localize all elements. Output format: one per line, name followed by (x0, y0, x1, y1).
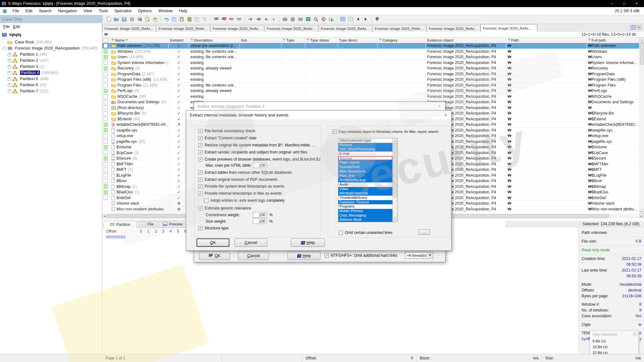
menu-file[interactable]: File (9, 8, 22, 14)
table-row[interactable]: ProgramData(2,467)✓existingForensic Imag… (102, 71, 639, 77)
ok-button[interactable]: OK (197, 238, 229, 247)
case-menu-edit[interactable]: Edit (13, 24, 20, 29)
row-checkbox[interactable] (104, 60, 108, 65)
table-row[interactable]: Users(14,868)✓existing, file contents un… (102, 54, 639, 60)
close-icon[interactable]: × (632, 332, 637, 336)
type-list-item-address-book[interactable]: Address Book (338, 218, 392, 222)
column-header-path[interactable]: Path (506, 37, 587, 43)
row-checkbox[interactable] (104, 111, 108, 116)
column-header-full-path[interactable]: Full path (587, 37, 639, 43)
menu-specialist[interactable]: Specialist (111, 8, 135, 14)
type-list-item-page-layout[interactable]: Page Layout (338, 160, 392, 165)
type-list-item-pictures[interactable]: Pictures (338, 143, 392, 147)
row-checkbox[interactable] (104, 117, 108, 121)
copy-metadata-checkbox[interactable]: ✓Copy metadata digest to Metadata column… (332, 129, 438, 134)
listbox-scrollbar[interactable]: ▲ ▼ (392, 138, 397, 222)
expand-icon[interactable]: + (8, 71, 11, 75)
row-checkbox[interactable] (104, 89, 108, 93)
type-list-item-windows-internals[interactable]: Windows Internals (338, 191, 392, 196)
type-list-item-audio[interactable]: Audio (338, 182, 392, 187)
row-checkbox[interactable] (104, 179, 108, 183)
row-checkbox[interactable] (104, 94, 108, 98)
row-checkbox[interactable] (104, 190, 108, 194)
undo-icon[interactable] (163, 16, 170, 23)
magnifier-icon[interactable] (312, 16, 319, 23)
import-icon[interactable] (152, 16, 159, 23)
close-icon[interactable]: × (443, 113, 448, 118)
clipboard-icon[interactable] (178, 16, 185, 23)
help-button[interactable]: ? Help (291, 238, 325, 247)
open-icon[interactable] (113, 16, 120, 23)
row-checkbox[interactable] (104, 72, 108, 76)
hex-replace-icon[interactable]: HEX (236, 16, 243, 23)
calculator-icon[interactable] (305, 16, 312, 23)
badge-icon[interactable] (373, 16, 381, 23)
option-checkbox-3[interactable]: ✓Extract sender, recipients and subject … (198, 150, 307, 154)
expand-icon[interactable]: + (8, 83, 11, 87)
cancel-button[interactable]: Cancel (235, 238, 267, 247)
find-in-files-icon[interactable] (220, 16, 227, 23)
print-icon[interactable] (128, 16, 135, 23)
copy-icon[interactable] (170, 16, 178, 23)
row-checkbox[interactable] (104, 128, 108, 132)
menu-window[interactable]: Window (155, 8, 176, 14)
column-header-type-status[interactable]: Type status (305, 37, 338, 43)
memory-icon[interactable] (297, 16, 304, 23)
type-list-item-internet[interactable]: Internet (338, 156, 392, 161)
column-header-ext-[interactable]: Ext. (240, 37, 281, 43)
binary-icon[interactable]: 101010 (201, 16, 208, 23)
goto-end-icon[interactable] (255, 16, 262, 23)
column-header-category[interactable]: Category (378, 37, 426, 43)
tree-node-forensic-image-2020-reacquisition[interactable]: -Forensic Image 2020_ReAcquisition(290,4… (3, 45, 98, 51)
option-checkbox-1[interactable]: ✓Extract "Content created" date (198, 136, 256, 140)
option-checkbox-9[interactable]: ✓Provide internal timestamps in files as… (198, 191, 282, 196)
option-checkbox-11[interactable]: ✓Estimate generic relevance (198, 206, 251, 210)
forward-icon[interactable] (270, 16, 277, 23)
table-row[interactable]: PerfLogs(0)✓existing, already viewedFore… (102, 88, 639, 94)
column-header-name[interactable]: Name▼ (110, 37, 169, 43)
type-list-item-e-mail[interactable]: E-mail (338, 152, 392, 156)
menu-options[interactable]: Options (135, 8, 155, 14)
data-interpreter-window[interactable]: Data Interpreter × 8 Bit (±):16 Bit (±):… (590, 330, 639, 357)
row-checkbox[interactable] (104, 100, 108, 104)
row-checkbox[interactable] (104, 139, 108, 144)
collapse-icon[interactable]: - (3, 47, 6, 50)
type-list-item-programs[interactable]: Programs (338, 204, 392, 209)
menu-view[interactable]: View (80, 8, 95, 14)
option-checkbox-0[interactable]: ✓File format consistency check (198, 129, 255, 133)
row-checkbox[interactable] (104, 66, 108, 70)
find-icon[interactable] (213, 16, 220, 23)
option-checkbox-6[interactable]: ✓Extract tables from various other SQLit… (198, 170, 292, 175)
row-checkbox[interactable] (104, 151, 108, 155)
tree-node-tqtqtq[interactable]: tqtqtq (2, 32, 21, 37)
type-list-item-spreadsheet[interactable]: Spreadsheet (338, 165, 392, 169)
type-list-item-database-finance[interactable]: Database, Finance (338, 200, 392, 205)
help-button[interactable]: ? Help (288, 252, 320, 260)
option-checkbox-14[interactable]: ✓Structure type (198, 226, 229, 230)
omit-lines-checkbox[interactable]: Omit certain unwanted lines (339, 230, 392, 235)
menu-search[interactable]: Search (36, 8, 55, 14)
notes-icon[interactable] (144, 16, 151, 23)
expand-icon[interactable]: + (8, 89, 11, 93)
option-input-13[interactable]: 100 (253, 218, 267, 224)
row-checkbox[interactable] (104, 55, 108, 59)
row-checkbox[interactable] (104, 78, 108, 82)
type-list-item-plain-text[interactable]: Plain Text (338, 174, 392, 178)
row-checkbox[interactable] (104, 162, 108, 166)
table-row[interactable]: System Volume Information(4)✓existingFor… (102, 60, 639, 66)
ok-button[interactable]: OK (199, 252, 230, 260)
goto-offset-icon[interactable] (247, 16, 254, 23)
column-header-type[interactable]: Type (281, 37, 305, 43)
document-tab-7[interactable]: Forensic Image 2020_ReAc... (427, 25, 480, 32)
row-checkbox[interactable] (104, 184, 108, 189)
document-tab-2[interactable]: Forensic Image 2020_ReAc... (156, 25, 210, 32)
save-icon[interactable] (121, 16, 128, 23)
option-checkbox-8[interactable]: ✓Provide file system level timestamps as… (198, 184, 284, 189)
current-path[interactable]: ₩ (104, 32, 108, 37)
viewer-icon[interactable] (320, 16, 327, 23)
tree-node-partition-7[interactable]: +Partition 7(112) (8, 88, 48, 94)
table-view-icon[interactable] (631, 25, 636, 31)
row-checkbox[interactable] (104, 44, 108, 48)
table-row[interactable]: Program Files (x86)(13,438)✓existingFore… (102, 77, 639, 83)
option-checkbox-4[interactable]: ✓Create previews of browser databases, e… (198, 157, 320, 162)
